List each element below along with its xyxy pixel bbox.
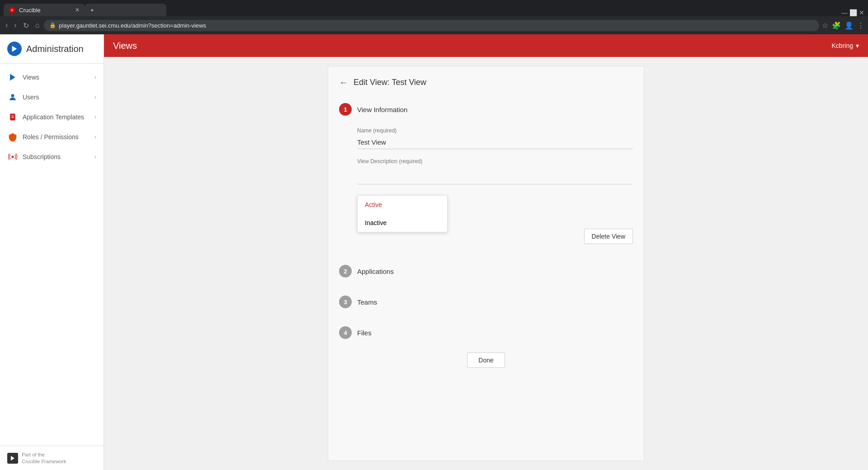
tab-favicon: C: [9, 7, 15, 13]
sidebar-item-roles-permissions[interactable]: Roles / Permissions ›: [0, 127, 104, 147]
sidebar-item-views[interactable]: Views ›: [0, 67, 104, 87]
minimize-button[interactable]: —: [841, 9, 848, 16]
sidebar-item-application-templates[interactable]: Application Templates ›: [0, 107, 104, 127]
tab-title: Crucible: [19, 7, 41, 14]
subscriptions-chevron: ›: [94, 154, 96, 160]
svg-marker-7: [11, 456, 14, 461]
extensions-icon[interactable]: 🧩: [832, 21, 841, 30]
forward-button[interactable]: ›: [12, 19, 18, 31]
top-bar: Views Kcbring ▾: [104, 34, 868, 57]
step-2-circle: 2: [339, 265, 352, 277]
sidebar-item-roles-permissions-label: Roles / Permissions: [23, 133, 79, 141]
step-4-header: 4 Files: [339, 322, 633, 343]
username: Kcbring: [832, 42, 853, 49]
footer-logo: [7, 453, 18, 464]
browser-chrome: C Crucible ✕ + — ⬜ ✕ ‹ › ↻ ⌂ 🔒 player.ga…: [0, 0, 868, 34]
url-text: player.gauntlet.sei.cmu.edu/admin?sectio…: [59, 22, 206, 29]
home-button[interactable]: ⌂: [33, 19, 42, 31]
application-templates-chevron: ›: [94, 114, 96, 120]
step-1-circle: 1: [339, 103, 352, 116]
description-field-group: View Description (required): [357, 158, 633, 186]
play-icon: [10, 45, 19, 53]
step-1-label: View Information: [357, 106, 407, 113]
status-field-group: Status Active Inactive: [357, 195, 633, 202]
sidebar-item-subscriptions[interactable]: Subscriptions ›: [0, 147, 104, 167]
step-applications: 2 Applications: [339, 260, 633, 282]
description-textarea[interactable]: [357, 166, 633, 184]
form-card-title: Edit View: Test View: [354, 78, 426, 87]
sidebar-item-users-label: Users: [23, 94, 39, 101]
done-button[interactable]: Done: [467, 352, 505, 368]
delete-view-button[interactable]: Delete View: [584, 229, 633, 244]
status-option-inactive[interactable]: Inactive: [358, 214, 447, 232]
svg-point-6: [12, 156, 14, 158]
menu-icon[interactable]: ⋮: [857, 21, 864, 30]
step-4-label: Files: [357, 329, 372, 337]
status-option-active[interactable]: Active: [358, 196, 447, 214]
sidebar-nav: Views › Users › Application Templates ›: [0, 64, 104, 446]
browser-tab[interactable]: C Crucible ✕: [4, 4, 85, 16]
sidebar-item-application-templates-label: Application Templates: [23, 113, 84, 121]
sidebar-item-views-label: Views: [23, 74, 39, 81]
step-3-header: 3 Teams: [339, 291, 633, 313]
step-2-header: 2 Applications: [339, 260, 633, 282]
main-content: Views Kcbring ▾ ← Edit View: Test View 1: [104, 34, 868, 470]
bookmark-icon[interactable]: ☆: [822, 21, 828, 30]
form-card-header: ← Edit View: Test View: [339, 77, 633, 88]
step-2-label: Applications: [357, 268, 394, 275]
profile-icon[interactable]: 👤: [844, 21, 854, 30]
address-bar-row: ‹ › ↻ ⌂ 🔒 player.gauntlet.sei.cmu.edu/ad…: [0, 16, 868, 34]
svg-point-2: [11, 94, 14, 97]
step-4-circle: 4: [339, 326, 352, 339]
svg-marker-0: [12, 46, 17, 52]
step-files: 4 Files: [339, 322, 633, 343]
svg-marker-1: [10, 74, 15, 81]
description-field-label: View Description (required): [357, 158, 633, 164]
users-chevron: ›: [94, 94, 96, 100]
name-field-group: Name (required): [357, 127, 633, 149]
done-section: Done: [339, 352, 633, 368]
close-button[interactable]: ✕: [859, 9, 864, 16]
roles-permissions-chevron: ›: [94, 134, 96, 140]
sidebar: Administration Views › Users ›: [0, 34, 104, 470]
name-field-label: Name (required): [357, 127, 633, 134]
refresh-button[interactable]: ↻: [21, 19, 31, 32]
subscriptions-icon: [7, 151, 18, 162]
new-tab-button[interactable]: +: [85, 4, 166, 16]
lock-icon: 🔒: [49, 22, 56, 28]
svg-rect-3: [10, 114, 15, 121]
sidebar-title: Administration: [26, 44, 84, 54]
step-3-label: Teams: [357, 298, 377, 306]
name-input[interactable]: [357, 136, 633, 149]
footer-text: Part of the Crucible Framework: [22, 451, 66, 465]
users-icon: [7, 92, 18, 103]
back-button[interactable]: ‹: [4, 19, 9, 31]
application-templates-icon: [7, 112, 18, 122]
status-dropdown-menu: Active Inactive: [357, 195, 448, 232]
maximize-button[interactable]: ⬜: [849, 9, 857, 16]
step-view-information: 1 View Information Name (required) View …: [339, 99, 633, 251]
form-fields-section-1: Name (required) View Description (requir…: [339, 120, 633, 251]
step-1-header: 1 View Information: [339, 99, 633, 120]
back-arrow-button[interactable]: ←: [339, 77, 348, 88]
browser-right-icons: ☆ 🧩 👤 ⋮: [822, 21, 864, 30]
app-logo: [7, 42, 22, 56]
address-bar[interactable]: 🔒 player.gauntlet.sei.cmu.edu/admin?sect…: [44, 20, 819, 31]
tab-bar: C Crucible ✕ + — ⬜ ✕: [0, 0, 868, 16]
top-bar-title: Views: [113, 41, 137, 51]
sidebar-header: Administration: [0, 34, 104, 64]
step-3-circle: 3: [339, 296, 352, 308]
views-chevron: ›: [94, 74, 96, 80]
tab-close-button[interactable]: ✕: [75, 7, 80, 13]
user-menu[interactable]: Kcbring ▾: [832, 42, 859, 49]
views-icon: [7, 72, 18, 83]
form-card: ← Edit View: Test View 1 View Informatio…: [328, 66, 644, 461]
user-chevron-icon: ▾: [856, 42, 859, 49]
sidebar-item-users[interactable]: Users ›: [0, 87, 104, 107]
sidebar-footer: Part of the Crucible Framework: [0, 446, 104, 470]
step-teams: 3 Teams: [339, 291, 633, 313]
roles-permissions-icon: [7, 132, 18, 142]
app-container: Administration Views › Users ›: [0, 34, 868, 470]
content-area: ← Edit View: Test View 1 View Informatio…: [104, 57, 868, 470]
sidebar-item-subscriptions-label: Subscriptions: [23, 153, 61, 160]
